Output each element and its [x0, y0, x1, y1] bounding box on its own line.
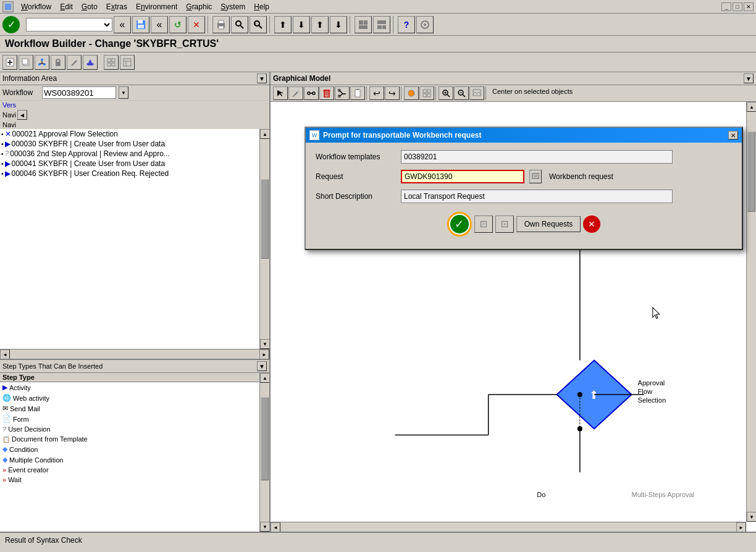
gfx-clipboard-btn[interactable]	[350, 86, 365, 100]
save-btn[interactable]	[132, 16, 149, 33]
step-types-expand-btn[interactable]: ▼	[257, 361, 267, 371]
step-label-user-decision[interactable]: User Decision	[8, 425, 50, 433]
scroll-up-btn[interactable]: ▲	[260, 129, 269, 139]
grid-btn[interactable]	[104, 55, 119, 70]
graphical-expand-btn[interactable]: ▼	[744, 73, 754, 83]
menu-goto[interactable]: Goto	[78, 1, 101, 12]
short-desc-input[interactable]	[401, 190, 673, 203]
step-scroll-up[interactable]: ▲	[260, 373, 269, 383]
download2-btn[interactable]: ⬇	[330, 16, 347, 33]
upload-btn[interactable]: ⬆	[274, 16, 292, 33]
tree-item-5[interactable]: • ▶ 000046 SKYBFR | User Creation Req. R…	[0, 169, 259, 178]
canvas-scroll-right[interactable]: ►	[736, 522, 746, 532]
menu-edit[interactable]: Edit	[56, 1, 77, 12]
workflow-dropdown-btn[interactable]: ▼	[119, 86, 128, 99]
step-label-condition[interactable]: Condition	[9, 446, 38, 453]
new-btn[interactable]	[2, 55, 17, 70]
step-types-scrollbar[interactable]: ▲ ▼	[259, 373, 269, 532]
step-item-user-decision[interactable]: ? User Decision	[0, 424, 259, 434]
tree-horiz-scrollbar[interactable]: ◄ ►	[0, 349, 269, 359]
graphical-canvas[interactable]: » )	[271, 102, 756, 532]
hat-btn[interactable]	[83, 55, 98, 70]
canvas-scroll-down[interactable]: ▼	[747, 512, 756, 522]
canvas-scroll-h[interactable]: ◄ ►	[271, 522, 746, 532]
step-label-multi-condition[interactable]: Multiple Condition	[9, 456, 63, 464]
canvas-scroll-left[interactable]: ◄	[271, 522, 280, 532]
canvas-v-scrollbar[interactable]: ▲ ▼	[746, 102, 756, 522]
canvas-scroll-up[interactable]: ▲	[747, 102, 756, 112]
scroll-left-btn[interactable]: ◄	[0, 349, 10, 359]
menu-environment[interactable]: Environment	[132, 1, 181, 12]
back-arrow-btn[interactable]: ◄	[17, 110, 27, 120]
gfx-undo-btn[interactable]: ↩	[369, 86, 384, 100]
step-label-doc-template[interactable]: Document from Template	[12, 435, 88, 443]
scroll-right-btn[interactable]: ►	[259, 349, 269, 359]
request-input[interactable]	[401, 170, 524, 183]
step-item-wait[interactable]: » Wait	[0, 475, 259, 485]
reload-btn[interactable]: ↺	[169, 16, 187, 33]
edit2-btn[interactable]	[120, 55, 135, 70]
gfx-cut-btn[interactable]	[335, 86, 350, 100]
tree-item-4[interactable]: • ▶ 000041 SKYBFR | Create User from Use…	[0, 159, 259, 169]
layout-btn[interactable]	[355, 16, 372, 33]
step-item-doc-template[interactable]: 📋 Document from Template	[0, 434, 259, 444]
dialog-close-btn[interactable]: ✕	[728, 131, 738, 140]
tree-label-4[interactable]: 000041 SKYBFR | Create User from User da…	[12, 159, 166, 168]
canvas-scroll-v[interactable]: ▲ ▼	[746, 102, 756, 522]
tree-item-3[interactable]: • ? 000036 2nd Step Approval | Review an…	[0, 149, 259, 159]
back-btn[interactable]: «	[114, 16, 131, 33]
maximize-button[interactable]: □	[733, 2, 742, 11]
gfx-redo-btn[interactable]: ↪	[385, 86, 400, 100]
step-label-wait[interactable]: Wait	[8, 476, 22, 483]
find2-btn[interactable]: f	[250, 16, 267, 33]
own-requests-btn[interactable]: Own Requests	[516, 216, 581, 232]
canvas-scroll-thumb-v[interactable]	[747, 132, 755, 212]
download-btn[interactable]: ⬇	[293, 16, 310, 33]
tree-item-1[interactable]: • ✕ 000021 Approval Flow Selection	[0, 129, 259, 139]
navi1-link[interactable]: Navi	[2, 111, 16, 119]
tree-label-2[interactable]: 000030 SKYBFR | Create User from User da…	[12, 140, 166, 148]
tree-item-2[interactable]: • ▶ 000030 SKYBFR | Create User from Use…	[0, 139, 259, 149]
step-scroll-down[interactable]: ▼	[260, 522, 269, 532]
canvas-scroll-track-v[interactable]	[747, 112, 756, 512]
panel-expand-btn[interactable]: ▼	[257, 73, 267, 83]
step-scroll-track[interactable]	[260, 383, 269, 522]
menu-workflow[interactable]: Workflow	[17, 1, 55, 12]
find-btn[interactable]	[231, 16, 248, 33]
toolbar-dropdown[interactable]	[26, 18, 112, 31]
print-btn[interactable]	[212, 16, 230, 33]
step-label-activity[interactable]: Activity	[9, 384, 31, 391]
back2-btn[interactable]: «	[151, 16, 168, 33]
tree-btn[interactable]	[35, 55, 49, 70]
step-label-form[interactable]: Form	[13, 416, 29, 423]
menu-extras[interactable]: Extras	[103, 1, 131, 12]
scroll-thumb-v[interactable]	[261, 179, 269, 259]
tree-label-3[interactable]: 000036 2nd Step Approval | Review and Ap…	[10, 149, 170, 158]
navi2-link[interactable]: Navi	[2, 121, 16, 128]
tree-label-1[interactable]: 000021 Approval Flow Selection	[12, 130, 118, 138]
layout2-btn[interactable]	[373, 16, 390, 33]
scroll-track-v[interactable]	[260, 139, 269, 339]
step-item-mail[interactable]: ✉ Send Mail	[0, 403, 259, 414]
gfx-grid2-btn[interactable]	[419, 86, 434, 100]
gfx-select-btn[interactable]	[273, 86, 288, 100]
scroll-down-btn[interactable]: ▼	[260, 339, 269, 349]
gfx-delete-btn[interactable]	[319, 86, 334, 100]
step-item-event-creator[interactable]: » Event creator	[0, 465, 259, 475]
dialog-btn2[interactable]	[474, 215, 493, 233]
workflow-input[interactable]	[42, 86, 116, 99]
step-item-multi-condition[interactable]: ◆ Multiple Condition	[0, 454, 259, 465]
gfx-zoomout-btn[interactable]	[454, 86, 469, 100]
step-label-web[interactable]: Web activity	[13, 395, 49, 402]
help-btn[interactable]: ?	[398, 16, 415, 33]
step-label-event-creator[interactable]: Event creator	[8, 466, 48, 474]
step-item-web[interactable]: 🌐 Web activity	[0, 393, 259, 403]
close-button[interactable]: ✕	[744, 2, 754, 11]
canvas-scroll-track-h[interactable]	[280, 522, 736, 532]
tree-vertical-scrollbar[interactable]: ▲ ▼	[259, 129, 269, 349]
canvas-h-scrollbar[interactable]: ◄ ►	[271, 522, 746, 532]
step-label-mail[interactable]: Send Mail	[10, 405, 40, 412]
tree-label-5[interactable]: 000046 SKYBFR | User Creation Req. Rejec…	[12, 169, 169, 178]
lock-btn[interactable]	[51, 55, 65, 70]
menu-help[interactable]: Help	[250, 1, 273, 12]
